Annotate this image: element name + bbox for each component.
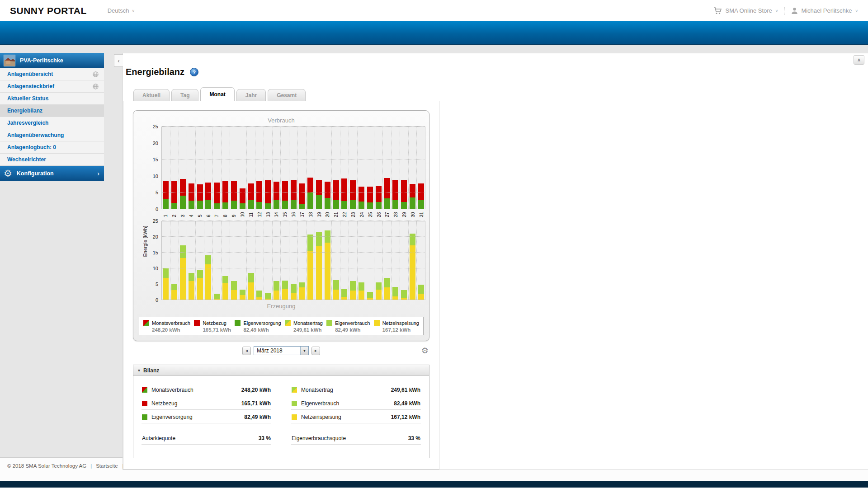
stacked-bar-day-30[interactable]: [410, 234, 415, 300]
stacked-bar-day-26[interactable]: [376, 282, 382, 300]
stacked-bar-day-28[interactable]: [392, 287, 398, 300]
stacked-bar-day-24[interactable]: [359, 187, 364, 209]
bilanz-header[interactable]: ▾ Bilanz: [133, 365, 429, 376]
stacked-bar-day-5[interactable]: [197, 184, 203, 209]
stacked-bar-day-11[interactable]: [248, 273, 254, 300]
stacked-bar-day-3[interactable]: [180, 179, 186, 209]
stacked-bar-day-18[interactable]: [307, 235, 313, 300]
month-select[interactable]: März 2018 ▼: [254, 346, 309, 355]
bar-segment-netzbezug: [376, 186, 382, 202]
stacked-bar-day-7[interactable]: [214, 183, 220, 209]
stacked-bar-day-16[interactable]: [291, 180, 297, 209]
bar-segment-netzeinspeisung: [214, 299, 220, 300]
x-day-slot: 29: [400, 209, 409, 221]
stacked-bar-day-10[interactable]: [240, 290, 245, 300]
footer-link-startseite[interactable]: Startseite: [96, 463, 118, 469]
stacked-bar-day-15[interactable]: [282, 181, 288, 209]
sidebar-item-aktueller-status[interactable]: Aktueller Status: [0, 93, 104, 105]
bar-segment-netzbezug: [248, 183, 254, 199]
sidebar-item-anlagen-berwachung[interactable]: Anlagenüberwachung: [0, 129, 104, 141]
stacked-bar-day-25[interactable]: [367, 187, 373, 209]
stacked-bar-day-30[interactable]: [410, 184, 415, 209]
stacked-bar-day-19[interactable]: [316, 232, 322, 300]
x-axis-day-labels: 1234567891011121314151617181920212223242…: [161, 209, 425, 221]
stacked-bar-day-31[interactable]: [418, 183, 424, 209]
bar-segment-netzbezug: [256, 181, 262, 202]
stacked-bar-day-21[interactable]: [333, 180, 339, 209]
sidebar-item-konfiguration[interactable]: ⚙ Konfiguration ›: [0, 166, 104, 181]
stacked-bar-day-6[interactable]: [205, 183, 211, 209]
bar-segment-eigenverbrauch: [171, 284, 177, 290]
sidebar-item-energiebilanz[interactable]: Energiebilanz: [0, 105, 104, 117]
sidebar-item-label: Anlagensteckbrief: [7, 83, 93, 89]
day-slot: [222, 221, 230, 300]
stacked-bar-day-10[interactable]: [240, 188, 245, 209]
chart-settings-gear-icon[interactable]: ⚙: [421, 346, 429, 356]
stacked-bar-day-4[interactable]: [189, 183, 194, 209]
stacked-bar-day-29[interactable]: [401, 180, 407, 209]
stacked-bar-day-2[interactable]: [171, 181, 177, 209]
stacked-bar-day-13[interactable]: [265, 180, 271, 209]
previous-month-button[interactable]: ◄: [242, 347, 251, 355]
stacked-bar-day-31[interactable]: [418, 285, 424, 300]
legend-value: 82,49 kWh: [335, 327, 370, 333]
stacked-bar-day-12[interactable]: [256, 181, 262, 209]
language-dropdown[interactable]: Deutsch ∨: [108, 7, 135, 14]
stacked-bar-day-20[interactable]: [325, 230, 330, 300]
stacked-bar-day-19[interactable]: [316, 180, 322, 209]
stacked-bar-day-26[interactable]: [376, 186, 382, 209]
stacked-bar-day-8[interactable]: [222, 181, 228, 209]
plant-header[interactable]: PVA-Perlitschke: [0, 53, 104, 68]
stacked-bar-day-23[interactable]: [350, 180, 356, 209]
stacked-bar-day-20[interactable]: [325, 182, 330, 209]
stacked-bar-day-22[interactable]: [341, 178, 347, 209]
sidebar-item-anlagen-bersicht[interactable]: Anlagenübersicht: [0, 68, 104, 80]
sidebar-item-jahresvergleich[interactable]: Jahresvergleich: [0, 117, 104, 129]
stacked-bar-day-27[interactable]: [384, 178, 390, 209]
stacked-bar-day-5[interactable]: [197, 270, 203, 300]
stacked-bar-day-8[interactable]: [222, 276, 228, 300]
day-slot: [400, 221, 409, 300]
bar-segment-netzeinspeisung: [316, 246, 322, 300]
stacked-bar-day-13[interactable]: [265, 293, 271, 300]
stacked-bar-day-16[interactable]: [291, 284, 297, 300]
sidebar-item-wechselrichter[interactable]: Wechselrichter: [0, 154, 104, 166]
sidebar-item-anlagenlogbuch-[interactable]: Anlagenlogbuch: 0: [0, 141, 104, 154]
user-menu[interactable]: Michael Perlitschke ∨: [791, 7, 858, 14]
sidebar-collapse-button[interactable]: ‹: [114, 54, 123, 67]
stacked-bar-day-11[interactable]: [248, 183, 254, 209]
tab-aktuell[interactable]: Aktuell: [133, 89, 170, 101]
stacked-bar-day-17[interactable]: [299, 282, 305, 300]
stacked-bar-day-24[interactable]: [359, 282, 364, 300]
legend-item: Eigenverbrauch82,49 kWh: [326, 320, 370, 333]
stacked-bar-day-4[interactable]: [189, 273, 194, 300]
stacked-bar-day-18[interactable]: [307, 178, 313, 209]
tab-gesamt[interactable]: Gesamt: [268, 89, 306, 101]
stacked-bar-day-27[interactable]: [384, 278, 390, 300]
stacked-bar-day-22[interactable]: [341, 289, 347, 300]
bar-segment-eigenverbrauch: [248, 273, 254, 282]
next-month-button[interactable]: ►: [311, 347, 320, 355]
stacked-bar-day-17[interactable]: [299, 183, 305, 209]
stacked-bar-day-21[interactable]: [333, 280, 339, 300]
stacked-bar-day-6[interactable]: [205, 255, 211, 300]
stacked-bar-day-2[interactable]: [171, 284, 177, 300]
stacked-bar-day-25[interactable]: [367, 292, 373, 300]
stacked-bar-day-9[interactable]: [231, 181, 237, 209]
stacked-bar-day-14[interactable]: [274, 182, 279, 209]
stacked-bar-day-3[interactable]: [180, 245, 186, 300]
online-store-menu[interactable]: SMA Online Store ∨: [713, 7, 778, 14]
tab-tag[interactable]: Tag: [171, 89, 198, 101]
tab-jahr[interactable]: Jahr: [236, 89, 266, 101]
stacked-bar-day-29[interactable]: [401, 290, 407, 300]
sidebar-item-anlagensteckbrief[interactable]: Anlagensteckbrief: [0, 80, 104, 93]
stacked-bar-day-12[interactable]: [256, 291, 262, 300]
bilanz-title: Bilanz: [143, 367, 159, 374]
stacked-bar-day-7[interactable]: [214, 294, 220, 300]
help-icon[interactable]: ?: [190, 68, 198, 76]
stacked-bar-day-1[interactable]: [163, 181, 169, 209]
gridline: [162, 159, 425, 160]
scroll-top-button[interactable]: ∧: [854, 55, 864, 65]
stacked-bar-day-28[interactable]: [392, 180, 398, 209]
tab-monat[interactable]: Monat: [200, 87, 234, 101]
